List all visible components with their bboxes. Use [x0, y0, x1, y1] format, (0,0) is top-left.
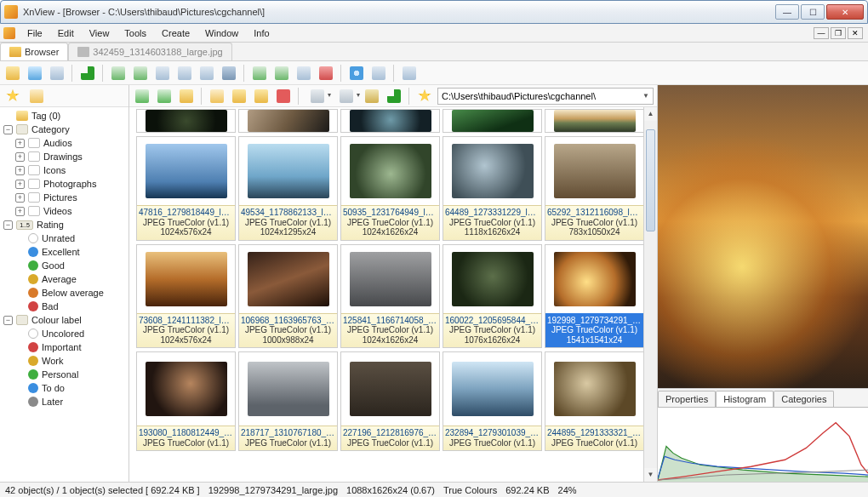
menu-info[interactable]: Info — [247, 26, 276, 40]
forward-button[interactable] — [155, 87, 174, 106]
up-button[interactable] — [177, 87, 196, 106]
maximize-button[interactable]: ☐ — [801, 4, 825, 20]
thumbnail-item[interactable]: 160022_1205695844_la... JPEG TrueColor (… — [443, 244, 542, 349]
tree-item[interactable]: −Colour label — [3, 313, 128, 327]
reload-button[interactable] — [385, 87, 403, 106]
delete-button[interactable] — [317, 64, 335, 83]
tree-item[interactable]: Tag (0) — [3, 109, 128, 123]
back-button[interactable] — [133, 87, 151, 106]
chevron-down-icon[interactable]: ▼ — [642, 92, 649, 100]
convert-button[interactable] — [153, 64, 172, 83]
thumbnail-item[interactable]: 38398_1174625220_large JPEG TrueColor (v… — [340, 109, 440, 133]
tree-item[interactable]: +Pictures — [3, 191, 128, 204]
tree-item[interactable]: +Audios — [3, 136, 128, 150]
thumbnail-item[interactable]: 49534_1178862133_large JPEG TrueColor (v… — [238, 136, 338, 241]
menu-tools[interactable]: Tools — [117, 26, 153, 40]
refresh-button[interactable] — [78, 64, 97, 83]
mdi-minimize-button[interactable]: — — [814, 27, 829, 39]
thumbnail-item[interactable]: 193080_1180812449_la... JPEG TrueColor (… — [136, 351, 236, 451]
web-button[interactable] — [347, 64, 366, 83]
expander-icon[interactable]: − — [3, 316, 13, 325]
expander-icon[interactable]: + — [15, 193, 25, 203]
save-button[interactable] — [26, 64, 44, 83]
sort-button[interactable] — [334, 87, 359, 106]
preview-image[interactable] — [658, 85, 868, 388]
remove-button[interactable] — [274, 87, 293, 106]
thumbnail-item[interactable]: 106968_1163965763_la... JPEG TrueColor (… — [238, 244, 338, 349]
thumbnail-item[interactable]: 5917_1222350607_large JPEG TrueColor (v1… — [136, 109, 236, 133]
vertical-scrollbar[interactable]: ▲ ▼ — [643, 107, 657, 482]
view-mode-button[interactable] — [305, 87, 330, 106]
acquire-button[interactable] — [48, 64, 66, 83]
thumbnail-item[interactable]: 65292_1312116098_large JPEG TrueColor (v… — [545, 136, 644, 241]
tree-item[interactable]: Average — [3, 272, 128, 286]
tab-properties[interactable]: Properties — [658, 391, 716, 407]
tree-item[interactable]: Work — [3, 354, 128, 368]
tree-item[interactable]: −Category — [3, 123, 128, 136]
tab-image-file[interactable]: 342459_1314603188_large.jpg — [68, 43, 231, 60]
tree-item[interactable]: +Photographs — [3, 177, 128, 191]
fullscreen-button[interactable] — [109, 64, 128, 83]
open-button[interactable] — [3, 64, 22, 83]
tree-item[interactable]: Personal — [3, 368, 128, 381]
path-input[interactable]: C:\Users\thibaud\Pictures\cgchannel\ ▼ — [437, 88, 654, 105]
menu-edit[interactable]: Edit — [51, 26, 81, 40]
favorite-path-button[interactable] — [415, 87, 434, 106]
tree-item[interactable]: Important — [3, 340, 128, 354]
thumbnail-grid[interactable]: 5917_1222350607_large JPEG TrueColor (v1… — [129, 107, 657, 482]
tree-item[interactable]: Good — [3, 259, 128, 272]
settings-button[interactable] — [369, 64, 388, 83]
tree-item[interactable]: To do — [3, 381, 128, 395]
tree-item[interactable]: Below average — [3, 286, 128, 300]
slideshow-button[interactable] — [131, 64, 150, 83]
expander-icon[interactable]: − — [3, 125, 13, 134]
thumbnail-item[interactable]: 42026_1265649007_large JPEG TrueColor (v… — [443, 109, 542, 133]
expander-icon[interactable]: − — [3, 220, 13, 230]
open-folder-button[interactable] — [208, 87, 226, 106]
bookmark-button[interactable] — [27, 87, 46, 106]
expander-icon[interactable]: + — [15, 152, 25, 162]
thumbnail-item[interactable]: 227196_1212816976_la... JPEG TrueColor (… — [340, 351, 440, 451]
close-button[interactable]: ✕ — [826, 4, 864, 20]
tree-item[interactable]: −1..5Rating — [3, 218, 128, 231]
thumbnail-item[interactable]: 64489_1273331229_large JPEG TrueColor (v… — [443, 136, 542, 241]
thumbnail-item[interactable]: 47816_1279818449_large JPEG TrueColor (v… — [136, 136, 236, 241]
mdi-close-button[interactable]: ✕ — [848, 27, 863, 39]
tree-item[interactable]: Bad — [3, 300, 128, 313]
tab-histogram[interactable]: Histogram — [716, 391, 774, 407]
print-button[interactable] — [220, 64, 238, 83]
batch-button[interactable] — [175, 64, 194, 83]
thumbnail-item[interactable]: 244895_1291333321_la... JPEG TrueColor (… — [545, 351, 644, 451]
expander-icon[interactable]: + — [15, 139, 25, 148]
thumbnail-item[interactable]: 192998_1279734291_la... JPEG TrueColor (… — [545, 244, 644, 349]
tree-item[interactable]: +Icons — [3, 163, 128, 177]
menu-view[interactable]: View — [83, 26, 117, 40]
scroll-down-button[interactable]: ▼ — [644, 468, 657, 482]
tab-categories[interactable]: Categories — [774, 391, 834, 407]
thumbnail-item[interactable]: 50935_1231764949_large JPEG TrueColor (v… — [340, 136, 440, 241]
tree-item[interactable]: Later — [3, 395, 128, 408]
thumbnail-item[interactable]: 46597_1241177178_large JPEG TrueColor (v… — [545, 109, 644, 133]
scroll-up-button[interactable]: ▲ — [644, 107, 657, 121]
rotate-left-button[interactable] — [250, 64, 269, 83]
thumbnail-item[interactable]: 232894_1279301039_la... JPEG TrueColor (… — [443, 351, 542, 451]
mdi-restore-button[interactable]: ❐ — [831, 27, 846, 39]
expander-icon[interactable]: + — [15, 166, 25, 175]
thumbnail-item[interactable]: 125841_1166714058_la... JPEG TrueColor (… — [340, 244, 440, 349]
menu-file[interactable]: File — [20, 26, 49, 40]
tree-item[interactable]: Unrated — [3, 231, 128, 245]
tree-item[interactable]: +Videos — [3, 204, 128, 218]
scroll-thumb[interactable] — [646, 129, 655, 231]
expander-icon[interactable]: + — [15, 207, 25, 216]
category-tree[interactable]: Tag (0)−Category+Audios+Drawings+Icons+P… — [0, 107, 128, 482]
tab-browser[interactable]: Browser — [0, 43, 68, 60]
minimize-button[interactable]: — — [775, 4, 799, 20]
expander-icon[interactable]: + — [15, 180, 25, 189]
about-button[interactable] — [400, 64, 419, 83]
menu-window[interactable]: Window — [198, 26, 245, 40]
copy-to-button[interactable] — [230, 87, 248, 106]
resize-button[interactable] — [294, 64, 313, 83]
thumbnail-item[interactable]: 73608_1241111382_large JPEG TrueColor (v… — [136, 244, 236, 349]
tree-item[interactable]: Uncolored — [3, 327, 128, 340]
thumbnail-item[interactable]: 24408_1295824541_large JPEG TrueColor (v… — [238, 109, 338, 133]
